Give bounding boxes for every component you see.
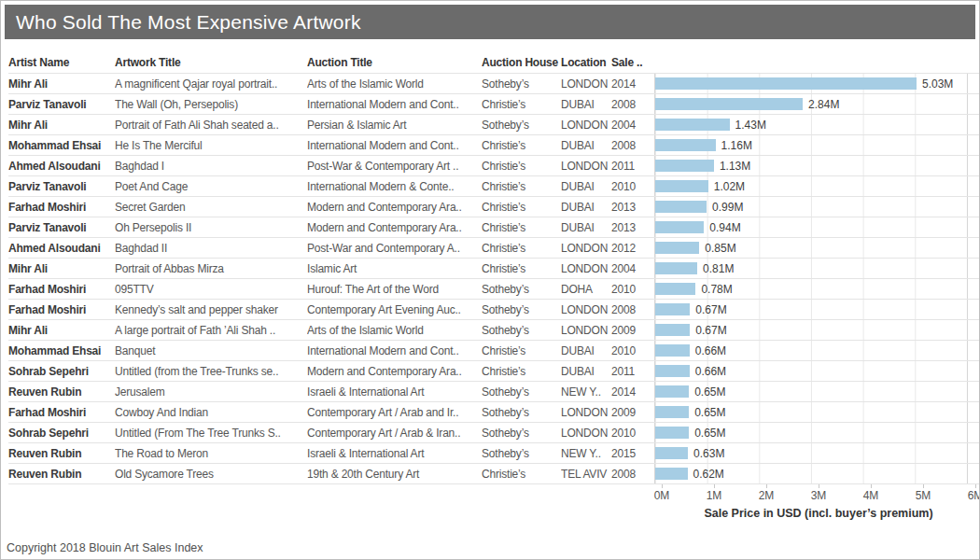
cell-auction-title: Persian & Islamic Art [307, 119, 482, 132]
column-header-sale-date[interactable]: Sale .. [611, 56, 654, 69]
cell-sale-year: 2011 [611, 365, 654, 378]
cell-location: LONDON [561, 406, 611, 419]
table-row[interactable]: Reuven Rubin Old Sycamore Trees 19th & 2… [8, 464, 979, 484]
cell-auction-house: Sotheby’s [482, 283, 561, 296]
bar-chart-cell: 0.99M [654, 197, 968, 217]
sale-price-bar[interactable] [655, 324, 690, 336]
cell-sale-year: 2013 [611, 221, 654, 234]
cell-auction-title: International Modern and Cont.. [307, 344, 482, 357]
sale-price-bar[interactable] [655, 242, 699, 254]
sale-price-bar[interactable] [655, 160, 714, 172]
bar-value-label: 1.02M [714, 180, 745, 193]
cell-sale-year: 2008 [611, 139, 654, 152]
cell-artist-name: Farhad Moshiri [8, 201, 115, 214]
table-row[interactable]: Ahmed Alsoudani Baghdad I Post-War & Con… [8, 156, 979, 176]
cell-auction-house: Sotheby’s [482, 77, 561, 91]
sale-price-bar[interactable] [655, 98, 803, 110]
cell-auction-title: Hurouf: The Art of the Word [307, 283, 482, 296]
sale-price-bar[interactable] [655, 303, 690, 315]
table-row[interactable]: Farhad Moshiri Secret Garden Modern and … [8, 197, 979, 217]
cell-artwork-title: Portrait of Fath Ali Shah seated a.. [115, 119, 307, 132]
table-row[interactable]: Mohammad Ehsai Banquet International Mod… [8, 341, 979, 361]
sale-price-bar[interactable] [655, 283, 695, 295]
table-row[interactable]: Sohrab Sepehri Untitled (From The Tree T… [8, 423, 979, 443]
axis-tick-label: 1M [707, 489, 722, 502]
cell-sale-year: 2014 [611, 77, 654, 91]
cell-location: DUBAI [561, 201, 611, 214]
cell-sale-year: 2009 [611, 324, 654, 337]
sale-price-bar[interactable] [655, 201, 707, 213]
table-row[interactable]: Parviz Tanavoli Poet And Cage Internatio… [8, 176, 979, 197]
cell-sale-year: 2008 [611, 303, 654, 316]
cell-auction-title: Post-War and Contemporary A.. [307, 242, 482, 255]
bar-value-label: 0.66M [695, 344, 726, 357]
cell-artwork-title: Portrait of Abbas Mirza [115, 262, 307, 275]
sale-price-bar[interactable] [655, 385, 689, 398]
cell-auction-title: Israeli & International Art [307, 447, 482, 460]
sale-price-bar[interactable] [655, 447, 688, 459]
cell-artist-name: Ahmed Alsoudani [8, 160, 115, 173]
cell-auction-house: Christie’s [482, 221, 561, 234]
cell-artist-name: Reuven Rubin [8, 447, 115, 460]
cell-sale-year: 2008 [611, 468, 654, 481]
sale-price-bar[interactable] [655, 77, 917, 90]
column-header-auction-house[interactable]: Auction House [482, 56, 561, 69]
sale-price-bar[interactable] [655, 344, 690, 357]
cell-artist-name: Sohrab Sepehri [8, 427, 115, 440]
cell-artwork-title: Old Sycamore Trees [115, 468, 307, 481]
table-row[interactable]: Sohrab Sepehri Untitled (from the Tree-T… [8, 361, 979, 382]
table-header-row: Artist Name Artwork Title Auction Title … [8, 52, 979, 73]
sale-price-bar[interactable] [655, 119, 730, 131]
cell-location: NEW Y.. [561, 385, 611, 399]
sale-price-bar[interactable] [655, 468, 688, 480]
cell-artist-name: Reuven Rubin [8, 468, 115, 481]
table-row[interactable]: Mihr Ali A large portrait of Fath ’Ali S… [8, 320, 979, 341]
bar-chart-cell: 0.78M [654, 279, 968, 299]
sale-price-bar[interactable] [655, 139, 716, 151]
cell-sale-year: 2014 [611, 385, 654, 399]
cell-sale-year: 2010 [611, 427, 654, 440]
table-row[interactable]: Farhad Moshiri Cowboy And Indian Contemp… [8, 402, 979, 423]
cell-artist-name: Parviz Tanavoli [8, 180, 115, 193]
table-row[interactable]: Reuven Rubin The Road to Meron Israeli &… [8, 443, 979, 464]
sale-price-bar[interactable] [655, 262, 697, 274]
cell-location: DUBAI [561, 221, 611, 234]
bar-chart-cell: 0.62M [654, 464, 968, 483]
sale-price-bar[interactable] [655, 427, 689, 439]
cell-sale-year: 2013 [611, 201, 654, 214]
cell-auction-title: Israeli & International Art [307, 385, 482, 399]
cell-auction-house: Sotheby’s [482, 303, 561, 316]
axis-tick-label: 6M [968, 489, 980, 502]
column-header-location[interactable]: Location [561, 56, 611, 69]
cell-auction-house: Christie’s [482, 139, 561, 152]
column-header-auction-title[interactable]: Auction Title [307, 56, 482, 69]
axis-tick-mark [923, 484, 924, 488]
table-row[interactable]: Mihr Ali Portrait of Abbas Mirza Islamic… [8, 259, 979, 279]
cell-artwork-title: The Road to Meron [115, 447, 307, 460]
table-row[interactable]: Ahmed Alsoudani Baghdad II Post-War and … [8, 238, 979, 259]
sale-price-bar[interactable] [655, 221, 704, 233]
column-header-artwork-title[interactable]: Artwork Title [115, 56, 307, 69]
bar-chart-cell: 1.13M [654, 156, 968, 175]
table-row[interactable]: Parviz Tanavoli Oh Persepolis II Modern … [8, 217, 979, 238]
bar-chart-cell: 1.43M [654, 115, 968, 134]
table-row[interactable]: Reuven Rubin Jerusalem Israeli & Interna… [8, 382, 979, 402]
cell-artwork-title: Cowboy And Indian [115, 406, 307, 419]
sale-price-bar[interactable] [655, 406, 689, 418]
table-row[interactable]: Mihr Ali A magnificent Qajar royal portr… [8, 74, 979, 94]
axis-tick-mark [662, 484, 663, 488]
table-row[interactable]: Farhad Moshiri 095TTV Hurouf: The Art of… [8, 279, 979, 300]
axis-tick-mark [819, 484, 819, 488]
sale-price-bar[interactable] [655, 180, 708, 192]
table-row[interactable]: Mihr Ali Portrait of Fath Ali Shah seate… [8, 115, 979, 135]
cell-auction-house: Christie’s [482, 201, 561, 214]
cell-auction-house: Sotheby’s [482, 119, 561, 132]
table-row[interactable]: Mohammad Ehsai He Is The Merciful Intern… [8, 135, 979, 156]
table-row[interactable]: Farhad Moshiri Kennedy’s salt and pepper… [8, 300, 979, 320]
table-row[interactable]: Parviz Tanavoli The Wall (Oh, Persepolis… [8, 94, 979, 115]
sale-price-bar[interactable] [655, 365, 690, 377]
cell-auction-title: Modern and Contemporary Ara.. [307, 201, 482, 214]
axis-tick-label: 2M [759, 489, 775, 502]
bar-chart-cell: 1.02M [654, 176, 968, 196]
column-header-artist-name[interactable]: Artist Name [8, 56, 115, 69]
